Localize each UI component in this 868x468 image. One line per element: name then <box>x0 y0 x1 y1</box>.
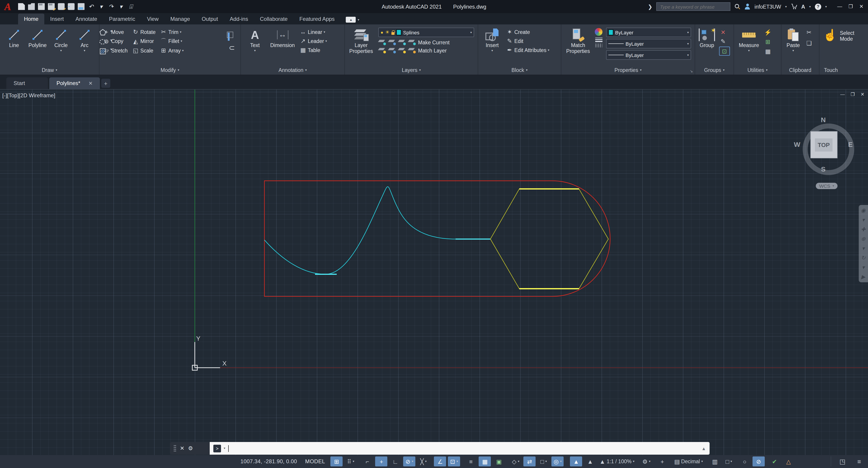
zoom-menu[interactable]: ▾ <box>862 246 865 251</box>
ribbon-tab[interactable]: View <box>141 13 164 24</box>
viewcube[interactable]: N S W E TOP <box>798 119 848 169</box>
ribbon-tab[interactable]: Annotate <box>70 13 103 24</box>
insert-button[interactable]: Insert ▾ <box>482 28 503 53</box>
new-file[interactable] <box>18 3 25 10</box>
compass-west[interactable]: W <box>794 141 800 148</box>
quick-select-icon[interactable]: ⚡ <box>764 29 772 36</box>
match-properties-button[interactable]: Match Properties <box>565 28 591 55</box>
compass-south[interactable]: S <box>821 165 826 173</box>
create-block[interactable]: ✶Create <box>506 29 549 35</box>
help-icon[interactable]: ? <box>815 3 821 10</box>
command-customize-wrench-icon[interactable]: ⚙ <box>188 445 193 451</box>
snap-mode[interactable]: ⠿▾ <box>345 457 357 467</box>
file-tab-close-icon[interactable]: ✕ <box>88 80 92 86</box>
offset-icon[interactable]: ⊂ <box>228 44 236 51</box>
orbit[interactable]: ↻ <box>861 255 866 261</box>
ribbon-tab[interactable]: Home <box>18 13 44 24</box>
ribbon-tab[interactable]: Featured Apps <box>293 13 341 24</box>
linetype-select[interactable]: ByLayer▾ <box>606 50 691 60</box>
id-point-icon[interactable]: ⊞ <box>764 38 772 45</box>
viewport-controls[interactable]: [-][Top][2D Wireframe] <box>2 92 55 98</box>
leader[interactable]: ↗Leader▾ <box>300 37 327 44</box>
command-grip-icon[interactable] <box>174 445 176 452</box>
compass-north[interactable]: N <box>821 116 826 123</box>
search-expand-icon[interactable]: ❯ <box>648 3 652 10</box>
paste-button[interactable]: Paste ▾ <box>785 28 801 53</box>
search-input[interactable] <box>659 3 728 10</box>
command-prompt-caret-icon[interactable]: ▾ <box>224 446 225 450</box>
window-minimize-button[interactable]: — <box>837 4 842 9</box>
selection-filtering[interactable]: □▾ <box>537 457 550 467</box>
layer-properties-button[interactable]: Layer Properties <box>348 28 374 55</box>
viewport-restore-button[interactable]: ❐ <box>850 92 855 97</box>
edit-block[interactable]: ✎Edit <box>506 37 549 44</box>
ribbon-minimize-caret-icon[interactable]: ▾ <box>358 18 359 22</box>
panel-label-layers[interactable]: Layers▾ <box>345 66 478 75</box>
text-button[interactable]: A Text ▾ <box>245 28 265 53</box>
draw-tool-button[interactable]: Line <box>4 28 24 53</box>
dynamic-ucs[interactable]: ⇄ <box>524 457 536 467</box>
group-button[interactable]: ✶ Group <box>698 28 716 49</box>
customization-menu[interactable]: ≡ <box>853 457 865 467</box>
panel-label-utilities[interactable]: Utilities▾ <box>734 66 781 75</box>
annotation-monitor[interactable]: + <box>656 457 668 467</box>
command-input[interactable]: > ▾ ▲ <box>210 442 710 455</box>
wcs-menu[interactable]: WCS▾ <box>816 183 837 189</box>
explode-icon[interactable] <box>228 33 236 40</box>
app-menu-caret-icon[interactable]: ▾ <box>809 5 811 8</box>
match-layer-button[interactable]: Match Layer <box>418 48 447 53</box>
table[interactable]: ▦Table <box>300 47 327 53</box>
copy-clip-icon[interactable]: ❏ <box>805 39 813 47</box>
undo[interactable]: ↶ <box>88 3 94 10</box>
ribbon-tab[interactable]: Output <box>196 13 224 24</box>
yellow-hexagon[interactable] <box>490 189 608 289</box>
panel-label-annotation[interactable]: Annotation▾ <box>241 66 344 75</box>
grid-mode[interactable]: ⊞ <box>331 457 343 467</box>
save[interactable] <box>38 3 45 10</box>
select-mode-button[interactable]: ☝ Select Mode <box>823 28 852 42</box>
graphics-performance[interactable]: ⊘ <box>752 457 765 467</box>
ribbon-minimize-button[interactable]: ▲ <box>346 17 356 23</box>
dynamic-input[interactable]: + <box>375 457 388 467</box>
draw-tool-button[interactable]: Circle ▾ <box>51 28 71 53</box>
ungroup-icon[interactable]: ✕ <box>719 29 727 36</box>
copy[interactable]: ⊚Copy <box>103 37 128 45</box>
layer-unlock2-icon[interactable] <box>408 48 416 53</box>
clean-screen[interactable]: ◳ <box>836 457 848 467</box>
object-snap[interactable]: ⊡▾ <box>448 457 460 467</box>
lineweight-display[interactable]: ≡ <box>465 457 477 467</box>
undo-menu[interactable]: ▾ <box>98 3 104 10</box>
layer-off-icon[interactable] <box>378 39 386 45</box>
performance-alert[interactable]: △ <box>782 457 795 467</box>
trim[interactable]: ✂Trim▾ <box>160 29 184 35</box>
window-close-button[interactable]: ✕ <box>860 4 864 9</box>
help-menu-caret-icon[interactable]: ▾ <box>825 5 827 8</box>
panel-label-touch[interactable]: Touch <box>819 66 868 75</box>
isolate-objects[interactable]: ○ <box>739 457 751 467</box>
signed-in-user[interactable]: infoET3UW <box>754 4 781 9</box>
command-close-icon[interactable]: ✕ <box>180 445 184 451</box>
ucs-icon[interactable]: Y X <box>192 335 227 370</box>
make-current-button[interactable]: Make Current <box>418 39 450 45</box>
isometric-drafting[interactable]: ╳▾ <box>417 457 430 467</box>
file-tab-start[interactable]: Start <box>6 77 48 89</box>
measure-button[interactable]: Measure ▾ <box>738 28 760 53</box>
group-selection-toggle-icon[interactable]: ⊡ <box>719 47 730 56</box>
save-as[interactable] <box>48 3 55 10</box>
annotation-autoscale[interactable]: ▲ <box>584 457 596 467</box>
layer-unisolate-icon[interactable] <box>388 48 396 53</box>
transparency[interactable]: ▦ <box>479 457 491 467</box>
annotation-scale[interactable]: ▲1:1 / 100%▾ <box>598 457 636 467</box>
drawing-status[interactable]: ✔ <box>768 457 780 467</box>
gizmo[interactable]: ◎▾ <box>552 457 564 467</box>
search-icon[interactable] <box>735 4 741 9</box>
draw-tool-button[interactable]: Arc ▾ <box>74 28 95 53</box>
lock-ui[interactable]: □▾ <box>723 457 735 467</box>
autodesk-app-icon[interactable]: A <box>801 3 805 10</box>
panel-label-groups[interactable]: Groups▾ <box>695 66 734 75</box>
panel-expand-icon[interactable]: ↘ <box>690 69 693 73</box>
ribbon-tab[interactable]: Manage <box>164 13 196 24</box>
pan[interactable]: ✚ <box>861 227 866 232</box>
navigation-wheel[interactable]: ◉ <box>861 208 866 213</box>
window-restore-button[interactable]: ❐ <box>848 4 853 9</box>
